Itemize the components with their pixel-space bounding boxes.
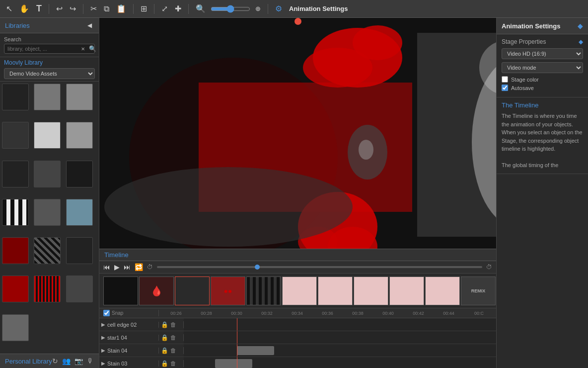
snap-checkbox[interactable]: [103, 310, 110, 316]
audio-icon[interactable]: 🎙: [87, 357, 94, 365]
time-end-icon: ⏱: [486, 264, 492, 271]
list-item[interactable]: [66, 161, 93, 187]
track-expand-button[interactable]: ▶: [101, 322, 105, 327]
list-item[interactable]: [2, 276, 29, 302]
frame-tool-button[interactable]: ⊞: [139, 3, 149, 14]
list-item[interactable]: [66, 122, 93, 149]
list-item[interactable]: [66, 199, 93, 226]
fast-forward-button[interactable]: ⏭: [124, 263, 131, 271]
list-item[interactable]: [2, 161, 29, 187]
zoom-slider[interactable]: [211, 5, 250, 13]
track-delete-button[interactable]: 🗑: [170, 360, 176, 367]
ruler-tick: 00:30: [221, 311, 252, 316]
track-lock-button[interactable]: 🔒: [161, 347, 168, 354]
search-input[interactable]: [4, 44, 79, 53]
progress-track[interactable]: [157, 266, 482, 268]
select-tool-button[interactable]: ↖: [4, 3, 14, 14]
track-delete-button[interactable]: 🗑: [170, 321, 176, 328]
track-actions: 🔒 🗑: [159, 321, 184, 328]
list-item[interactable]: [2, 237, 29, 264]
film-frame[interactable]: [425, 276, 460, 305]
track-lock-button[interactable]: 🔒: [161, 334, 168, 341]
list-item[interactable]: [34, 276, 61, 302]
zoom-in-button[interactable]: ⊕: [253, 4, 263, 13]
track-content[interactable]: [184, 357, 496, 368]
loop-button[interactable]: 🔁: [135, 263, 143, 271]
rewind-button[interactable]: ⏮: [103, 263, 110, 271]
track-delete-button[interactable]: 🗑: [170, 334, 176, 341]
film-frame[interactable]: [318, 276, 353, 305]
undo-button[interactable]: ↩: [54, 3, 65, 14]
text-tool-button[interactable]: T: [34, 2, 44, 15]
track-delete-button[interactable]: 🗑: [170, 347, 176, 354]
ruler-tick: 00:28: [191, 311, 221, 316]
hand-tool-button[interactable]: ✋: [17, 3, 31, 14]
video-mode-dropdown[interactable]: Video mode: [502, 62, 583, 73]
play-button[interactable]: ▶: [114, 263, 120, 271]
list-item[interactable]: [2, 84, 29, 110]
track-content[interactable]: [184, 331, 496, 344]
playhead-line: [237, 318, 237, 331]
progress-thumb[interactable]: [255, 265, 260, 270]
asset-category-dropdown[interactable]: Demo Video Assets: [4, 68, 95, 79]
table-row: ▶ star1 04 🔒 🗑: [99, 331, 496, 344]
copy-button[interactable]: ⧉: [102, 3, 111, 14]
list-item[interactable]: [2, 314, 29, 341]
track-content[interactable]: [184, 318, 496, 331]
film-frame[interactable]: [389, 276, 424, 305]
track-content[interactable]: [184, 344, 496, 357]
film-frame-remix[interactable]: REMIX: [461, 276, 496, 305]
stage-color-checkbox[interactable]: [502, 76, 508, 83]
track-lock-button[interactable]: 🔒: [161, 360, 168, 367]
list-item[interactable]: [34, 161, 61, 187]
stage[interactable]: [99, 18, 496, 249]
list-item[interactable]: [66, 84, 93, 110]
list-item[interactable]: [34, 122, 61, 149]
the-timeline-title: The Timeline: [502, 101, 583, 109]
search-submit-button[interactable]: 🔍: [87, 44, 98, 53]
stage-color-label: Stage color: [511, 77, 539, 83]
zoom-out-button[interactable]: 🔍: [194, 3, 208, 14]
moovly-section: Moovly Library Demo Video Assets: [0, 57, 99, 82]
list-item[interactable]: [66, 276, 93, 302]
timeline-section: Timeline ⏮ ▶ ⏭ 🔁 ⏱ ⏱ 🩸: [99, 249, 496, 368]
film-frame[interactable]: [354, 276, 388, 305]
autosave-checkbox[interactable]: [502, 85, 508, 91]
list-item[interactable]: [34, 84, 61, 110]
move-tool-button[interactable]: ⤢: [159, 3, 170, 14]
libraries-collapse-button[interactable]: ◀: [85, 21, 94, 30]
stage-color-row: Stage color: [502, 76, 583, 83]
add-tool-button[interactable]: ✚: [173, 3, 183, 14]
film-frame[interactable]: [246, 276, 281, 305]
film-frame[interactable]: 🩸: [139, 276, 174, 305]
paste-button[interactable]: 📋: [114, 3, 128, 14]
track-expand-button[interactable]: ▶: [101, 335, 105, 340]
divider-2: [83, 4, 83, 14]
timeline-header: Timeline: [99, 249, 496, 261]
film-frame[interactable]: [282, 276, 317, 305]
resolution-dropdown[interactable]: Video HD (16:9): [502, 48, 583, 59]
redo-button[interactable]: ↪: [68, 3, 78, 14]
cut-button[interactable]: ✂: [88, 3, 99, 14]
list-item[interactable]: [66, 237, 93, 264]
track-expand-button[interactable]: ▶: [101, 348, 105, 353]
track-block[interactable]: [215, 359, 252, 368]
ruler-tick: 00:36: [312, 311, 343, 316]
film-frame[interactable]: [103, 276, 138, 305]
list-item[interactable]: [2, 199, 29, 226]
playhead-line: [237, 331, 237, 344]
settings-icon-button[interactable]: ⚙: [273, 3, 284, 14]
list-item[interactable]: [34, 237, 61, 264]
track-lock-button[interactable]: 🔒: [161, 321, 168, 328]
film-frame[interactable]: [175, 276, 210, 305]
track-block[interactable]: [237, 346, 274, 355]
track-expand-button[interactable]: ▶: [101, 361, 105, 366]
list-item[interactable]: [34, 199, 61, 226]
refresh-icon[interactable]: ↻: [52, 357, 58, 365]
camera-icon[interactable]: 📷: [74, 357, 83, 365]
film-frame[interactable]: ●●: [211, 276, 245, 305]
list-item[interactable]: [2, 122, 29, 149]
search-clear-button[interactable]: ✕: [79, 45, 87, 53]
add-people-icon[interactable]: 👥: [62, 357, 71, 365]
canvas-area: Timeline ⏮ ▶ ⏭ 🔁 ⏱ ⏱ 🩸: [99, 18, 496, 368]
